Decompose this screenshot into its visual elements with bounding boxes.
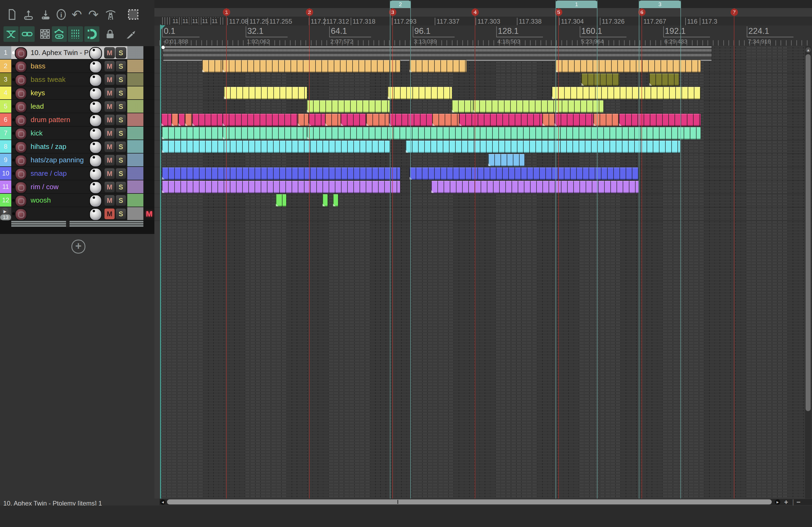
pan-knob[interactable] bbox=[89, 127, 102, 140]
pan-knob[interactable] bbox=[89, 87, 102, 100]
track-row[interactable]: 9hats/zap panningMS bbox=[0, 153, 155, 166]
track-lane[interactable] bbox=[155, 86, 812, 100]
solo-button[interactable]: S bbox=[115, 61, 126, 72]
track-name[interactable]: bass tweak bbox=[31, 75, 66, 84]
mute-button[interactable]: M bbox=[104, 114, 115, 125]
media-item[interactable] bbox=[162, 167, 400, 180]
record-arm-button[interactable] bbox=[15, 61, 27, 73]
media-item[interactable] bbox=[298, 114, 309, 126]
solo-button[interactable]: S bbox=[115, 74, 126, 85]
scroll-left-icon[interactable]: ◀ bbox=[160, 499, 165, 505]
track-name[interactable]: woosh bbox=[31, 196, 51, 205]
track-number[interactable]: 2 bbox=[0, 60, 11, 73]
tempo-label[interactable]: 117.255 bbox=[267, 18, 292, 25]
tempo-label[interactable]: 117.318 bbox=[351, 18, 375, 25]
pan-knob[interactable] bbox=[89, 141, 102, 154]
tcp-resize-stripe[interactable] bbox=[11, 223, 143, 225]
grid-toggle[interactable] bbox=[38, 26, 53, 42]
track-name[interactable]: kick bbox=[31, 129, 43, 137]
save-project-button[interactable] bbox=[38, 7, 53, 22]
pan-knob[interactable] bbox=[89, 114, 102, 127]
pan-knob[interactable] bbox=[89, 195, 102, 207]
ruler-measure[interactable]: 0.1-0:01.888 bbox=[162, 26, 200, 45]
media-item[interactable] bbox=[162, 140, 390, 153]
timeline-ruler[interactable]: 0.1-0:01.88832.11:02.06264.12:07.57296.1… bbox=[155, 0, 812, 46]
ruler-measure[interactable]: 128.14:18.503 bbox=[496, 26, 543, 45]
media-item[interactable] bbox=[322, 194, 328, 207]
scroll-right-icon[interactable]: ▶ bbox=[775, 499, 780, 505]
track-lane[interactable] bbox=[155, 207, 812, 221]
add-track-button[interactable]: + bbox=[71, 240, 85, 254]
track-lane[interactable] bbox=[155, 140, 812, 154]
track-name[interactable]: bass bbox=[31, 62, 45, 70]
media-item[interactable] bbox=[222, 127, 307, 139]
track-number[interactable]: 7 bbox=[0, 127, 11, 139]
track-row[interactable]: 11rim / cowMS bbox=[0, 180, 155, 193]
mute-button[interactable]: M bbox=[104, 47, 115, 59]
undo-button[interactable]: ↶ bbox=[69, 7, 84, 22]
ruler-measure[interactable]: 96.13:13.039 bbox=[413, 26, 454, 45]
tcp-resize-stripe[interactable] bbox=[11, 221, 143, 223]
track-row[interactable]: 5leadMS bbox=[0, 100, 155, 113]
track-name[interactable]: keys bbox=[31, 89, 45, 97]
media-item[interactable] bbox=[222, 114, 298, 126]
solo-button[interactable]: S bbox=[115, 114, 126, 125]
track-lane[interactable] bbox=[155, 60, 812, 73]
track-row[interactable]: 10snare / clapMS bbox=[0, 167, 155, 180]
record-arm-button[interactable] bbox=[15, 88, 27, 100]
media-item[interactable] bbox=[162, 181, 400, 193]
track-row[interactable]: 12wooshMS bbox=[0, 194, 155, 207]
tempo-label[interactable]: 117.304 bbox=[559, 18, 584, 25]
item-start-handle[interactable] bbox=[161, 46, 165, 49]
solo-button[interactable]: S bbox=[115, 101, 126, 112]
marquee-select-button[interactable] bbox=[126, 7, 141, 22]
media-item[interactable] bbox=[163, 46, 712, 61]
media-item[interactable] bbox=[409, 60, 467, 73]
track-name[interactable]: hats/zap panning bbox=[31, 156, 84, 164]
media-item[interactable] bbox=[162, 127, 223, 139]
region-tab[interactable]: 3 bbox=[639, 1, 681, 8]
track-lane[interactable] bbox=[155, 73, 812, 87]
mute-button[interactable]: M bbox=[104, 74, 115, 85]
track-lane[interactable] bbox=[155, 167, 812, 181]
tempo-label[interactable]: 117.338 bbox=[517, 18, 541, 25]
mute-button[interactable]: M bbox=[104, 128, 115, 139]
track-number[interactable]: 3 bbox=[0, 73, 11, 86]
record-arm-button[interactable] bbox=[15, 181, 27, 194]
mute-button[interactable]: M bbox=[104, 61, 115, 72]
record-arm-button[interactable] bbox=[15, 101, 27, 113]
mute-button[interactable]: M bbox=[104, 101, 115, 112]
record-arm-button[interactable] bbox=[15, 114, 27, 127]
region-tab[interactable]: 2 bbox=[390, 1, 411, 8]
zoom-out-button[interactable]: − bbox=[796, 499, 800, 505]
ruler-measure[interactable]: 224.17:34.916 bbox=[747, 26, 794, 45]
track-row[interactable]: ▶13MSM bbox=[0, 207, 155, 220]
ruler-measure[interactable]: 32.11:02.062 bbox=[246, 26, 288, 45]
tempo-label[interactable]: 117.267 bbox=[641, 18, 666, 25]
track-name[interactable]: rim / cow bbox=[31, 183, 59, 191]
ruler-measure[interactable]: 160.15:23.964 bbox=[580, 26, 626, 45]
media-item[interactable] bbox=[276, 194, 287, 207]
region-tab[interactable]: 1 bbox=[555, 1, 597, 8]
mute-button[interactable]: M bbox=[104, 195, 115, 206]
horizontal-scroll-thumb[interactable] bbox=[167, 499, 772, 505]
ripple-edit-toggle[interactable] bbox=[84, 26, 99, 42]
media-item[interactable] bbox=[452, 100, 474, 113]
track-number[interactable]: 12 bbox=[0, 194, 11, 207]
pan-knob[interactable] bbox=[89, 181, 102, 194]
solo-button[interactable]: S bbox=[115, 195, 126, 206]
tempo-label[interactable]: 116 bbox=[685, 18, 697, 25]
lock-toggle[interactable] bbox=[103, 26, 118, 42]
track-number[interactable]: 10 bbox=[0, 167, 11, 180]
solo-button[interactable]: S bbox=[115, 47, 126, 59]
arrange-view[interactable] bbox=[155, 46, 812, 499]
media-item[interactable] bbox=[185, 114, 192, 126]
track-number[interactable]: 4 bbox=[0, 86, 11, 99]
pan-knob[interactable] bbox=[89, 47, 102, 60]
media-item[interactable] bbox=[459, 114, 543, 126]
horizontal-scrollbar[interactable]: ◀ ▶ + | − bbox=[160, 499, 812, 505]
envelope-link-toggle[interactable] bbox=[52, 26, 67, 42]
media-item[interactable] bbox=[202, 60, 223, 73]
track-name[interactable]: lead bbox=[31, 102, 44, 110]
docker-button[interactable] bbox=[103, 7, 118, 22]
